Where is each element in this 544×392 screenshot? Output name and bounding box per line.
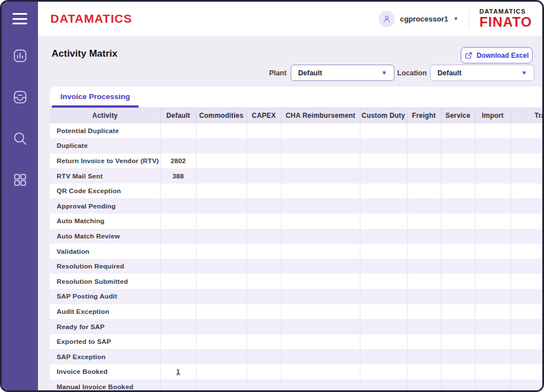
activity-cell: Auto Match Review xyxy=(50,229,160,244)
value-cell xyxy=(407,138,441,154)
value-cell xyxy=(407,244,441,259)
value-cell xyxy=(511,184,544,199)
value-cell xyxy=(360,123,407,139)
value-cell xyxy=(360,274,407,289)
value-cell xyxy=(407,229,441,244)
column-header-freight: Freight xyxy=(407,108,441,123)
value-cell xyxy=(246,138,281,154)
download-excel-label: Download Excel xyxy=(477,52,529,59)
value-cell xyxy=(281,168,360,184)
value-cell xyxy=(511,214,544,229)
table-row: RTV Mail Sent388 xyxy=(50,168,544,184)
value-cell xyxy=(511,349,544,364)
value-cell xyxy=(281,198,360,214)
tab-bar: Invoice Processing xyxy=(50,87,544,108)
value-cell xyxy=(196,259,246,274)
count-link[interactable]: 1 xyxy=(176,368,180,376)
value-cell xyxy=(160,198,196,214)
username: cgprocessor1 xyxy=(400,15,448,23)
table-row: Resolution Required xyxy=(50,259,544,274)
value-cell xyxy=(160,259,196,274)
activity-cell: Auto Matching xyxy=(50,214,160,229)
value-cell xyxy=(360,319,407,334)
value-cell xyxy=(511,123,544,139)
value-cell xyxy=(441,184,475,199)
value-cell xyxy=(246,304,281,319)
value-cell xyxy=(475,319,511,334)
value-cell xyxy=(281,259,360,274)
value-cell xyxy=(281,214,360,229)
value-cell xyxy=(407,364,441,380)
value-cell xyxy=(196,349,246,364)
value-cell xyxy=(196,364,246,380)
location-dropdown[interactable]: Default ▼ xyxy=(430,65,534,81)
value-cell xyxy=(160,304,196,319)
value-cell xyxy=(196,214,246,229)
tab-invoice-processing[interactable]: Invoice Processing xyxy=(52,87,139,106)
download-excel-button[interactable]: Download Excel xyxy=(461,47,533,63)
value-cell xyxy=(246,274,281,289)
value-cell xyxy=(246,380,281,392)
value-cell xyxy=(196,274,246,289)
value-cell xyxy=(511,259,544,274)
column-header-travel: Travel xyxy=(511,108,544,123)
column-header-commodities: Commodities xyxy=(196,108,246,123)
value-cell: 2802 xyxy=(160,154,196,169)
value-cell xyxy=(246,259,281,274)
value-cell xyxy=(441,304,475,319)
value-cell xyxy=(196,334,246,350)
value-cell xyxy=(475,304,511,319)
value-cell xyxy=(196,319,246,334)
value-cell xyxy=(475,184,511,199)
table-row: Duplicate xyxy=(50,138,544,154)
value-cell xyxy=(441,349,475,364)
apps-grid-icon[interactable] xyxy=(12,172,28,188)
table-row: Manual Invoice Booked xyxy=(50,380,544,392)
hamburger-menu-icon[interactable] xyxy=(12,13,27,24)
dashboard-icon[interactable] xyxy=(12,48,28,63)
table-row: Invoice Booked1 xyxy=(50,364,544,380)
activity-cell: RTV Mail Sent xyxy=(50,168,160,184)
value-cell xyxy=(407,168,441,184)
value-cell xyxy=(281,274,360,289)
value-cell xyxy=(441,244,475,259)
value-cell xyxy=(441,214,475,229)
table-row: Ready for SAP xyxy=(50,319,544,334)
value-cell xyxy=(511,154,544,169)
value-cell xyxy=(475,334,511,350)
search-icon[interactable] xyxy=(12,131,28,146)
column-header-custom-duty: Custom Duty xyxy=(360,108,407,123)
invoice-processing-card: Invoice Processing ActivityDefaultCommod… xyxy=(50,87,544,390)
value-cell xyxy=(281,349,360,364)
user-menu[interactable]: cgprocessor1 ▼ xyxy=(379,11,458,27)
value-cell xyxy=(196,229,246,244)
value-cell xyxy=(196,244,246,259)
value-cell xyxy=(475,380,511,392)
value-cell xyxy=(511,229,544,244)
value-cell xyxy=(196,154,246,169)
plant-dropdown[interactable]: Default ▼ xyxy=(291,65,394,81)
value-cell xyxy=(511,274,544,289)
table-header-row: ActivityDefaultCommoditiesCAPEXCHA Reimb… xyxy=(50,108,544,123)
value-cell xyxy=(475,289,511,304)
tab-active-indicator xyxy=(52,105,139,108)
brand-finato-text: FINATO xyxy=(479,15,532,29)
value-cell xyxy=(511,319,544,334)
table-row: SAP Posting Audit xyxy=(50,289,544,304)
value-cell xyxy=(160,138,196,154)
value-cell xyxy=(281,154,360,169)
inbox-icon[interactable] xyxy=(12,90,28,105)
value-cell xyxy=(246,123,281,139)
value-cell xyxy=(441,274,475,289)
table-row: SAP Exception xyxy=(50,349,544,364)
value-cell xyxy=(360,364,407,380)
value-cell xyxy=(407,349,441,364)
datamatics-logo: DATAMATICS xyxy=(50,12,132,25)
value-cell xyxy=(511,289,544,304)
value-cell[interactable]: 1 xyxy=(160,364,196,380)
value-cell xyxy=(475,364,511,380)
value-cell xyxy=(407,154,441,169)
value-cell xyxy=(246,229,281,244)
value-cell xyxy=(281,380,360,392)
column-header-import: Import xyxy=(475,108,511,123)
